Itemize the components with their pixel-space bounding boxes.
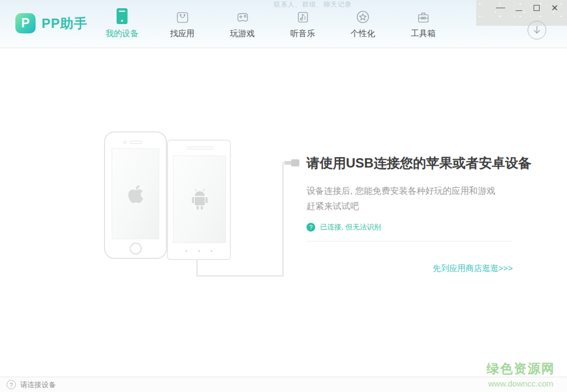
tab-find-apps[interactable]: 找应用 <box>163 7 201 39</box>
app-logo: P PP助手 <box>15 13 88 33</box>
music-note-icon <box>296 7 310 25</box>
connect-instructions: 请使用USB连接您的苹果或者安卓设备 设备连接后, 您能免费安装各种好玩的应用和… <box>306 154 513 274</box>
page-title: 请使用USB连接您的苹果或者安卓设备 <box>306 154 513 172</box>
tab-listen-music[interactable]: 听音乐 <box>284 7 322 39</box>
app-window: 联系人、群组、聊天记录 P PP助手 我的设备 <box>0 0 567 392</box>
iphone-screen <box>112 148 159 239</box>
header: 联系人、群组、聊天记录 P PP助手 我的设备 <box>0 0 567 48</box>
connected-help-label: 已连接, 但无法识别 <box>320 222 381 232</box>
tab-label: 工具箱 <box>411 28 436 39</box>
main-content: 请使用USB连接您的苹果或者安卓设备 设备连接后, 您能免费安装各种好玩的应用和… <box>0 49 567 377</box>
description-line-2: 赶紧来试试吧 <box>306 199 513 214</box>
android-phone-illustration <box>167 140 231 260</box>
connected-help-link[interactable]: ? 已连接, 但无法识别 <box>306 222 513 232</box>
window-controls: ✕ <box>496 3 559 13</box>
divider <box>306 241 513 241</box>
gamepad-icon <box>235 7 250 25</box>
download-button[interactable] <box>528 21 546 39</box>
minimize-icon[interactable] <box>514 3 523 13</box>
tab-my-devices[interactable]: 我的设备 <box>103 7 141 39</box>
close-icon[interactable]: ✕ <box>550 3 559 13</box>
main-nav: 我的设备 找应用 <box>103 7 464 39</box>
android-nav-dots <box>168 250 230 252</box>
question-circle-icon: ? <box>306 223 315 232</box>
iphone-speaker <box>130 141 142 144</box>
app-store-link[interactable]: 先到应用商店逛逛>>> <box>433 263 513 273</box>
watermark-site-name: 绿色资源网 <box>487 360 555 377</box>
help-circle-icon: ? <box>7 380 16 389</box>
tab-toolbox[interactable]: 工具箱 <box>404 7 442 39</box>
iphone-home-button <box>130 243 142 255</box>
tab-label: 我的设备 <box>106 28 138 39</box>
star-circle-icon <box>355 7 371 25</box>
shopping-bag-icon <box>175 7 190 25</box>
tab-label: 玩游戏 <box>230 28 255 39</box>
pp-logo-icon: P <box>15 13 36 33</box>
status-bar: ? 请连接设备 <box>0 377 567 392</box>
app-title: PP助手 <box>42 15 88 32</box>
tab-label: 找应用 <box>170 28 195 39</box>
tab-label: 听音乐 <box>291 28 315 39</box>
download-arrow-icon <box>533 25 541 35</box>
maximize-icon[interactable] <box>532 3 541 13</box>
menu-icon[interactable] <box>496 3 505 13</box>
tab-label: 个性化 <box>351 28 375 39</box>
android-screen <box>173 155 226 243</box>
watermark: 绿色资源网 www.downcc.com <box>487 360 555 388</box>
tab-play-games[interactable]: 玩游戏 <box>223 7 262 39</box>
android-robot-icon <box>189 188 210 211</box>
apple-logo-icon <box>128 184 144 204</box>
toolbox-icon <box>416 7 431 25</box>
description-line-1: 设备连接后, 您能免费安装各种好玩的应用和游戏 <box>306 183 513 199</box>
tab-personalize[interactable]: 个性化 <box>344 7 382 39</box>
status-text: 请连接设备 <box>20 380 56 390</box>
iphone-illustration <box>104 131 167 259</box>
android-speaker <box>187 147 213 149</box>
iphone-camera-dot <box>123 141 126 144</box>
device-phone-icon <box>116 7 128 25</box>
watermark-site-url: www.downcc.com <box>487 379 555 388</box>
store-link-row: 先到应用商店逛逛>>> <box>306 263 513 274</box>
description-text: 设备连接后, 您能免费安装各种好玩的应用和游戏 赶紧来试试吧 <box>306 183 513 214</box>
